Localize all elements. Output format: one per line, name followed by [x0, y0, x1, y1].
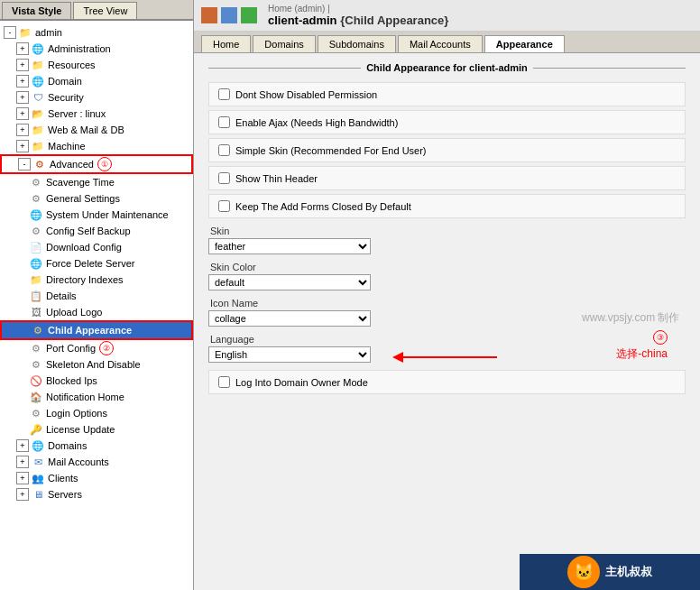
tab-domains[interactable]: Domains — [253, 35, 315, 52]
tree-item-web-mail-db[interactable]: + 📁 Web & Mail & DB — [0, 122, 193, 138]
tree-label-mail-accounts: Mail Accounts — [48, 456, 109, 467]
tree-label-download-config: Download Config — [46, 242, 122, 253]
server-linux-icon: 📂 — [31, 106, 45, 121]
expand-domain[interactable]: + — [16, 75, 29, 88]
tree-item-mail-accounts[interactable]: + ✉ Mail Accounts — [0, 454, 193, 470]
checkbox-log-into-domain[interactable] — [218, 376, 230, 388]
clients-icon: 👥 — [31, 471, 45, 485]
tree-item-child-appearance[interactable]: ⚙ Child Appearance — [0, 320, 193, 340]
expand-root[interactable]: - — [4, 26, 16, 39]
tree-label-skeleton-disable: Skeleton And Disable — [46, 359, 141, 370]
domains-icon: 🌐 — [31, 438, 45, 453]
skin-color-select-container: default blue red — [208, 274, 686, 290]
section-title: Child Appearance for client-admin — [208, 62, 686, 73]
tree-label-general-settings: General Settings — [46, 193, 120, 204]
details-icon: 📋 — [29, 289, 43, 303]
tree-item-notification-home[interactable]: 🏠 Notification Home — [0, 389, 193, 405]
tab-appearance[interactable]: Appearance — [484, 35, 565, 52]
tree-label-machine: Machine — [48, 141, 86, 152]
tree-item-resources[interactable]: + 📁 Resources — [0, 57, 193, 73]
tree-item-force-delete[interactable]: 🌐 Force Delete Server — [0, 255, 193, 272]
style-tabs: Vista Style Tree View — [0, 0, 193, 21]
expand-resources[interactable]: + — [16, 59, 29, 71]
language-label: Language — [208, 334, 686, 345]
tree-label-port-config: Port Config — [46, 343, 96, 354]
field-row-icon-name: Icon Name collage default classic — [208, 298, 686, 327]
icon-name-select-container: collage default classic — [208, 310, 686, 327]
expand-clients[interactable]: + — [16, 472, 29, 484]
checkbox-row-0: Dont Show Disabled Permission — [208, 82, 686, 106]
tab-tree-view[interactable]: Tree View — [73, 2, 137, 19]
tree-item-advanced[interactable]: - ⚙ Advanced ① — [0, 154, 193, 174]
skin-select[interactable]: feather default blue — [208, 238, 371, 254]
expand-machine[interactable]: + — [16, 140, 29, 152]
tree-item-administration[interactable]: + 🌐 Administration — [0, 41, 193, 57]
tree-item-domains[interactable]: + 🌐 Domains — [0, 438, 193, 454]
tree-item-domain[interactable]: + 🌐 Domain — [0, 73, 193, 89]
tree-item-scavenge-time[interactable]: ⚙ Scavenge Time — [0, 174, 193, 190]
checkbox-no-disabled[interactable] — [218, 88, 230, 100]
force-delete-icon: 🌐 — [29, 256, 43, 271]
blocked-ips-icon: 🚫 — [29, 373, 43, 388]
tree-item-clients[interactable]: + 👥 Clients — [0, 470, 193, 486]
tree-item-download-config[interactable]: 📄 Download Config — [0, 239, 193, 255]
expand-advanced[interactable]: - — [18, 158, 31, 171]
expand-administration[interactable]: + — [16, 42, 29, 55]
maintenance-icon: 🌐 — [29, 207, 43, 222]
tree-item-port-config[interactable]: ⚙ Port Config ② — [0, 340, 193, 356]
tree-item-directory-indexes[interactable]: 📁 Directory Indexes — [0, 272, 193, 288]
tree-item-license-update[interactable]: 🔑 License Update — [0, 421, 193, 438]
field-row-skin: Skin feather default blue — [208, 226, 686, 254]
checkbox-simple-skin[interactable] — [218, 144, 230, 156]
file-tree: - 📁 admin + 🌐 Administration + 📁 Resourc… — [0, 21, 193, 506]
tab-subdomains[interactable]: Subdomains — [318, 35, 396, 52]
tree-label-resources: Resources — [48, 60, 96, 70]
tree-label-upload-logo: Upload Logo — [46, 307, 102, 318]
tree-item-upload-logo[interactable]: 🖼 Upload Logo — [0, 304, 193, 320]
mail-icon: ✉ — [31, 455, 45, 469]
tree-item-details[interactable]: 📋 Details — [0, 288, 193, 304]
breadcrumb-icons — [201, 7, 257, 23]
checkbox-enable-ajax[interactable] — [218, 116, 230, 128]
tree-item-blocked-ips[interactable]: 🚫 Blocked Ips — [0, 373, 193, 389]
tree-item-server-linux[interactable]: + 📂 Server : linux — [0, 106, 193, 122]
tree-item-security[interactable]: + 🛡 Security — [0, 89, 193, 106]
expand-domains[interactable]: + — [16, 439, 29, 452]
tab-home[interactable]: Home — [201, 35, 251, 52]
skin-label: Skin — [208, 226, 686, 236]
tree-item-skeleton-disable[interactable]: ⚙ Skeleton And Disable — [0, 356, 193, 373]
tree-item-system-maintenance[interactable]: 🌐 System Under Maintenance — [0, 207, 193, 223]
checkbox-keep-add-forms[interactable] — [218, 200, 230, 212]
resources-icon: 📁 — [31, 58, 45, 72]
checkbox-show-thin-header[interactable] — [218, 172, 230, 184]
tree-item-config-backup[interactable]: ⚙ Config Self Backup — [0, 223, 193, 239]
tab-vista-style[interactable]: Vista Style — [2, 2, 71, 19]
tree-root[interactable]: - 📁 admin — [0, 24, 193, 41]
icon-name-select[interactable]: collage default classic — [208, 310, 371, 327]
expand-mail[interactable]: + — [16, 456, 29, 468]
skin-color-select[interactable]: default blue red — [208, 274, 371, 290]
breadcrumb: Home (admin) | — [268, 4, 448, 14]
checkbox-label-simple-skin: Simple Skin (Recommended For End User) — [235, 145, 427, 156]
expand-servers[interactable]: + — [16, 488, 29, 501]
banner-mascot: 🐱 — [567, 556, 600, 588]
tree-label-directory-indexes: Directory Indexes — [46, 274, 124, 285]
expand-server[interactable]: + — [16, 107, 29, 120]
icon-name-label: Icon Name — [208, 298, 686, 309]
tab-mail-accounts[interactable]: Mail Accounts — [398, 35, 483, 52]
circle-2: ② — [99, 341, 114, 355]
tree-item-servers[interactable]: + 🖥 Servers — [0, 486, 193, 502]
directory-icon: 📁 — [29, 272, 43, 287]
tree-item-general-settings[interactable]: ⚙ General Settings — [0, 190, 193, 207]
expand-webmaildb[interactable]: + — [16, 124, 29, 136]
checkbox-label-enable-ajax: Enable Ajax (Needs High Bandwidth) — [235, 117, 398, 128]
expand-security[interactable]: + — [16, 91, 29, 104]
tree-item-machine[interactable]: + 📁 Machine — [0, 138, 193, 154]
general-icon: ⚙ — [29, 191, 43, 206]
language-select[interactable]: English Chinese French — [208, 346, 371, 363]
tree-label-license-update: License Update — [46, 424, 115, 435]
left-panel: Vista Style Tree View - 📁 admin + 🌐 Admi… — [0, 0, 194, 590]
tree-label-web-mail-db: Web & Mail & DB — [48, 124, 124, 135]
config-backup-icon: ⚙ — [29, 224, 43, 238]
tree-item-login-options[interactable]: ⚙ Login Options — [0, 405, 193, 421]
